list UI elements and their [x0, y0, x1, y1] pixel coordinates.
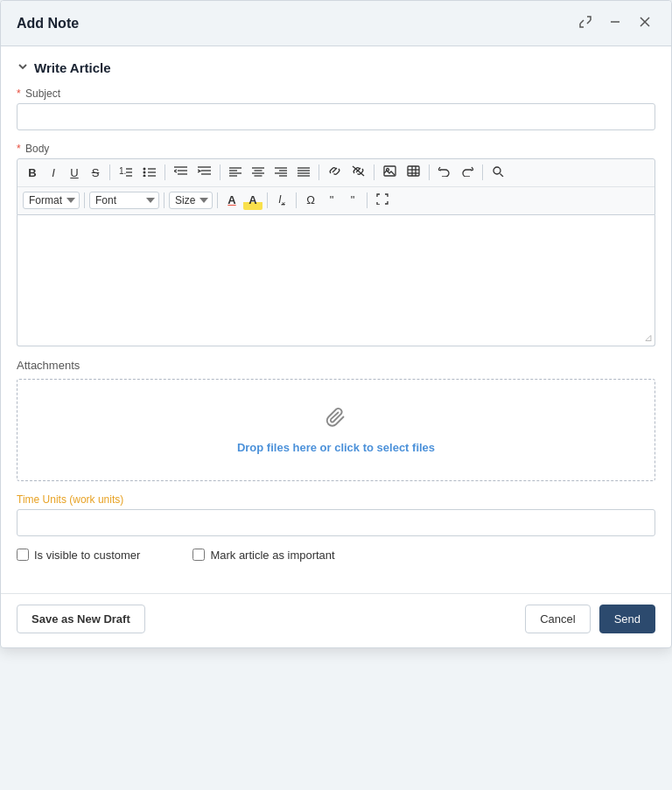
save-draft-label-bold: New Draft — [77, 612, 130, 626]
section-toggle[interactable]: Write Article — [17, 60, 655, 75]
time-units-input[interactable] — [17, 509, 655, 536]
quote-close-button[interactable]: " — [343, 191, 362, 210]
chevron-down-icon — [17, 60, 29, 75]
expand-button[interactable] — [575, 13, 596, 33]
drop-zone[interactable]: Drop files here or click to select files — [17, 379, 655, 481]
subject-input[interactable] — [17, 103, 655, 130]
align-center-button[interactable] — [248, 164, 269, 183]
size-select[interactable]: Size — [169, 192, 213, 209]
toolbar-separator-3 — [220, 164, 220, 180]
modal-actions — [575, 13, 655, 33]
visible-customer-checkbox[interactable] — [17, 549, 29, 561]
image-button[interactable] — [379, 163, 401, 183]
body-group: * Body B I U S 1. — [17, 143, 655, 346]
close-button[interactable] — [634, 13, 655, 33]
visible-customer-label: Is visible to customer — [34, 549, 140, 562]
ordered-list-button[interactable]: 1. — [115, 163, 136, 183]
visible-customer-checkbox-item[interactable]: Is visible to customer — [17, 549, 140, 562]
unordered-list-button[interactable] — [138, 163, 160, 183]
fullscreen-button[interactable] — [372, 191, 393, 211]
svg-line-43 — [500, 174, 504, 178]
quote-open-button[interactable]: " — [322, 191, 341, 210]
body-editor[interactable]: ⊿ — [17, 215, 655, 346]
toolbar-row2: Format Font Size A A Ix Ω — [18, 187, 654, 214]
special-char-button[interactable]: Ω — [301, 191, 320, 210]
svg-point-6 — [144, 175, 146, 178]
align-right-button[interactable] — [270, 164, 291, 183]
toolbar-separator-8 — [84, 192, 85, 208]
cancel-button[interactable]: Cancel — [525, 605, 590, 633]
unlink-button[interactable] — [347, 163, 369, 183]
toolbar-separator-2 — [164, 164, 165, 180]
indent-button[interactable] — [193, 163, 215, 183]
font-select[interactable]: Font — [89, 192, 159, 209]
modal-title: Add Note — [17, 16, 79, 31]
svg-text:1.: 1. — [119, 166, 126, 176]
checkbox-row: Is visible to customer Mark article as i… — [17, 549, 655, 562]
save-draft-button[interactable]: Save as New Draft — [17, 605, 145, 633]
attachments-group: Attachments Drop files here or click to … — [17, 359, 655, 481]
drop-zone-text: Drop files here or click to select files — [237, 441, 435, 454]
toolbar-separator-11 — [267, 192, 268, 208]
bold-button[interactable]: B — [23, 164, 42, 183]
toolbar-separator-10 — [217, 192, 218, 208]
underline-button[interactable]: U — [65, 164, 84, 183]
toolbar-separator-1 — [109, 164, 110, 180]
undo-button[interactable] — [434, 163, 455, 183]
paperclip-icon — [35, 406, 637, 436]
modal-body: Write Article * Subject * Body B I U S — [1, 46, 671, 590]
editor-toolbar: B I U S 1. — [17, 158, 655, 215]
align-left-button[interactable] — [225, 164, 246, 183]
strikethrough-button[interactable]: S — [86, 164, 105, 183]
toolbar-separator-9 — [164, 192, 164, 208]
subject-label: * Subject — [17, 87, 655, 100]
mark-important-checkbox-item[interactable]: Mark article as important — [192, 549, 334, 562]
align-justify-button[interactable] — [293, 164, 314, 183]
svg-point-5 — [144, 171, 146, 174]
link-button[interactable] — [324, 163, 346, 183]
italic-button[interactable]: I — [44, 164, 63, 183]
clear-format-button[interactable]: Ix — [272, 191, 291, 211]
footer-right: Cancel Send — [525, 605, 655, 633]
toolbar-row1: B I U S 1. — [18, 159, 654, 187]
toolbar-separator-12 — [296, 192, 297, 208]
body-label: * Body — [17, 143, 655, 155]
add-note-modal: Add Note — [0, 0, 672, 648]
save-draft-label-prefix: Save as — [32, 612, 77, 626]
highlight-button[interactable]: A — [243, 191, 262, 210]
redo-button[interactable] — [457, 163, 478, 183]
table-button[interactable] — [402, 163, 424, 183]
minimize-button[interactable] — [605, 13, 626, 33]
format-select[interactable]: Format — [23, 192, 80, 209]
mark-important-checkbox[interactable] — [192, 549, 205, 561]
outdent-button[interactable] — [170, 163, 192, 183]
svg-point-4 — [144, 168, 146, 171]
send-button[interactable]: Send — [599, 605, 655, 633]
toolbar-separator-7 — [482, 164, 483, 180]
toolbar-separator-13 — [367, 192, 368, 208]
find-button[interactable] — [487, 163, 508, 183]
time-units-label: Time Units (work units) — [17, 493, 655, 506]
subject-group: * Subject — [17, 87, 655, 130]
resize-handle[interactable]: ⊿ — [644, 332, 653, 344]
toolbar-separator-6 — [429, 164, 430, 180]
mark-important-label: Mark article as important — [210, 549, 334, 562]
toolbar-separator-4 — [318, 164, 319, 180]
modal-footer: Save as New Draft Cancel Send — [1, 593, 671, 647]
modal-header: Add Note — [1, 1, 671, 46]
font-color-button[interactable]: A — [222, 191, 242, 210]
section-title: Write Article — [34, 60, 111, 75]
attachments-label: Attachments — [17, 359, 655, 372]
time-units-group: Time Units (work units) — [17, 493, 655, 536]
svg-rect-37 — [408, 166, 419, 176]
svg-point-42 — [494, 167, 500, 174]
toolbar-separator-5 — [374, 164, 374, 180]
